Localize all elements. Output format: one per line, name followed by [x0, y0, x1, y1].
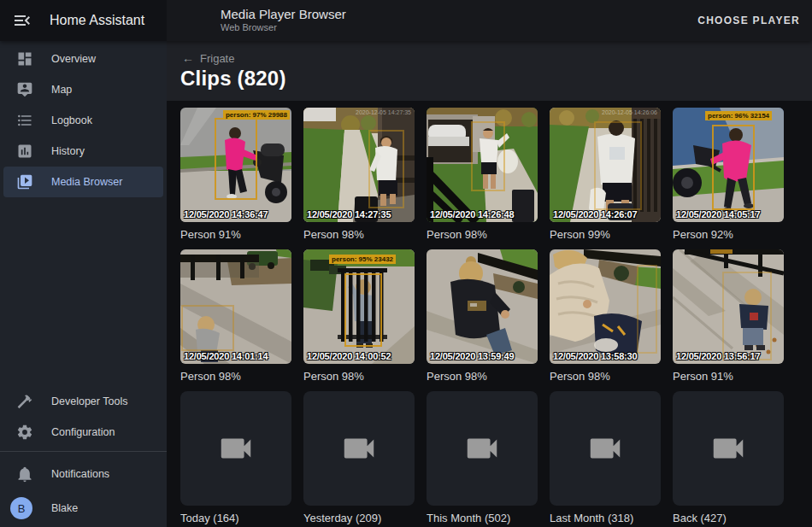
sidebar-item-configuration[interactable]: Configuration	[3, 417, 163, 448]
clip-label: Person 98%	[303, 228, 415, 241]
folder-card-today[interactable]: Today (164)	[180, 391, 291, 524]
clip-card[interactable]: person: 96% 32154 12/05/2020 14:05:17 Pe…	[673, 108, 784, 241]
clip-timestamp: 12/05/2020 14:26:07	[553, 209, 637, 220]
folder-thumbnail	[427, 391, 538, 506]
detection-bbox	[722, 272, 772, 360]
sidebar-item-label: Configuration	[51, 426, 115, 438]
folder-label: Today (164)	[180, 512, 291, 524]
clip-thumbnail: 12/05/2020 13:58:30	[550, 249, 661, 364]
folder-card-this-month[interactable]: This Month (502)	[427, 391, 538, 524]
detection-label: person: 96% 32154	[705, 111, 772, 120]
video-camera-icon	[709, 429, 748, 468]
folder-card-last-month[interactable]: Last Month (318)	[550, 391, 661, 524]
clip-label: Person 98%	[180, 370, 291, 383]
folder-thumbnail	[303, 391, 415, 506]
sidebar-item-label: Developer Tools	[51, 395, 127, 407]
clip-timestamp: 12/05/2020 14:01:14	[184, 351, 268, 361]
clip-label: Person 98%	[427, 228, 538, 241]
folder-label: This Month (502)	[427, 512, 538, 524]
sidebar-item-label: History	[51, 145, 85, 157]
sidebar-header: Home Assistant	[0, 0, 167, 41]
clip-card[interactable]: 2020-12-05 14:26:06 12/05/2020 14:26:07 …	[550, 108, 661, 241]
clip-thumbnail: 12/05/2020 14:01:14	[180, 249, 291, 364]
clip-thumbnail: 12/05/2020 13:59:49	[427, 249, 538, 364]
detection-label: person: 95% 23432	[329, 255, 396, 264]
media-grid-area: person: 97% 29988 12/05/2020 14:36:47 Pe…	[167, 101, 812, 527]
sidebar-item-developer-tools[interactable]: Developer Tools	[3, 386, 163, 417]
clip-card[interactable]: 12/05/2020 13:56:17 Person 91%	[673, 249, 784, 383]
play-box-multiple-icon	[16, 173, 33, 190]
clip-thumbnail: person: 96% 32154 12/05/2020 14:05:17	[673, 108, 784, 222]
clip-label: Person 98%	[550, 370, 661, 383]
camera-timestamp-overlay: 2020-12-05 14:26:06	[602, 109, 657, 115]
detection-bbox	[344, 273, 382, 347]
clip-label: Person 99%	[550, 228, 661, 241]
breadcrumb-label: Frigate	[200, 52, 234, 65]
app-title: Home Assistant	[50, 13, 144, 28]
breadcrumb-back[interactable]: ← Frigate	[182, 51, 234, 65]
map-account-icon	[16, 81, 33, 98]
chart-box-icon	[16, 143, 33, 160]
detection-bbox	[594, 121, 642, 210]
detection-bbox	[637, 265, 657, 354]
sidebar-item-media-browser[interactable]: Media Browser	[3, 167, 163, 197]
camera-timestamp-overlay: 2020-12-05 14:27:35	[356, 109, 411, 115]
clip-card[interactable]: 2020-12-05 14:27:35 12/05/2020 14:27:35 …	[303, 108, 415, 241]
choose-player-button[interactable]: CHOOSE PLAYER	[697, 15, 800, 26]
detection-bbox	[215, 118, 257, 200]
clip-timestamp: 12/05/2020 14:00:52	[307, 351, 391, 361]
page-title: Clips (820)	[180, 67, 286, 91]
sidebar-item-label: Media Browser	[51, 176, 122, 188]
sidebar-item-history[interactable]: History	[3, 136, 163, 167]
clip-thumbnail: 12/05/2020 14:26:48	[427, 108, 538, 222]
folder-thumbnail	[180, 391, 291, 506]
clip-timestamp: 12/05/2020 13:58:30	[553, 351, 637, 361]
video-camera-icon	[585, 429, 625, 468]
clip-card[interactable]: 12/05/2020 14:01:14 Person 98%	[180, 249, 291, 383]
video-camera-icon	[339, 429, 379, 468]
media-player-header: Media Player Browser Web Browser CHOOSE …	[167, 0, 812, 41]
menu-open-icon[interactable]	[12, 10, 32, 31]
clip-thumbnail: 2020-12-05 14:26:06 12/05/2020 14:26:07	[550, 108, 661, 222]
back-arrow-icon: ←	[182, 51, 194, 65]
detection-label: person: 97% 29988	[223, 110, 290, 120]
bell-icon	[16, 466, 33, 483]
clip-scene	[180, 249, 291, 364]
clip-card[interactable]: person: 95% 23432 12/05/2020 14:00:52 Pe…	[303, 249, 415, 383]
sidebar: Overview Map Logbook History Media Brows…	[0, 41, 167, 527]
clip-timestamp: 12/05/2020 14:26:48	[430, 209, 514, 220]
detection-bbox	[471, 121, 505, 191]
clip-timestamp: 12/05/2020 14:05:17	[676, 209, 760, 220]
sidebar-item-overview[interactable]: Overview	[3, 44, 163, 74]
clip-label: Person 91%	[180, 228, 291, 241]
clip-label: Person 98%	[303, 370, 415, 383]
clip-card[interactable]: 12/05/2020 13:59:49 Person 98%	[427, 249, 538, 383]
clip-card[interactable]: person: 97% 29988 12/05/2020 14:36:47 Pe…	[180, 108, 291, 241]
clip-thumbnail: person: 97% 29988 12/05/2020 14:36:47	[180, 108, 291, 222]
sidebar-user[interactable]: B Blake	[0, 489, 167, 527]
sidebar-item-logbook[interactable]: Logbook	[3, 105, 163, 136]
sidebar-item-notifications[interactable]: Notifications	[3, 459, 163, 489]
video-camera-icon	[462, 429, 502, 468]
sidebar-item-map[interactable]: Map	[3, 74, 163, 105]
list-bulleted-icon	[16, 112, 33, 129]
clip-timestamp: 12/05/2020 13:59:49	[430, 351, 514, 361]
folder-card-yesterday[interactable]: Yesterday (209)	[303, 391, 415, 524]
clip-label: Person 98%	[427, 370, 538, 383]
avatar: B	[10, 497, 32, 519]
clip-card[interactable]: 12/05/2020 14:26:48 Person 98%	[427, 108, 538, 241]
video-camera-icon	[216, 429, 256, 468]
clip-timestamp: 12/05/2020 14:36:47	[184, 209, 268, 220]
clip-card[interactable]: 12/05/2020 13:58:30 Person 98%	[550, 249, 661, 383]
clip-thumbnail: person: 95% 23432 12/05/2020 14:00:52	[303, 249, 415, 364]
gear-icon	[16, 424, 33, 441]
clip-label: Person 92%	[673, 228, 784, 241]
clip-timestamp: 12/05/2020 14:27:35	[307, 209, 391, 220]
folder-label: Yesterday (209)	[303, 512, 415, 524]
sidebar-item-label: Notifications	[51, 468, 109, 480]
folder-card-back[interactable]: Back (427)	[673, 391, 784, 524]
sidebar-divider	[0, 451, 167, 452]
clip-thumbnail: 2020-12-05 14:27:35 12/05/2020 14:27:35	[303, 108, 415, 222]
folder-thumbnail	[550, 391, 661, 506]
user-name: Blake	[51, 502, 78, 514]
